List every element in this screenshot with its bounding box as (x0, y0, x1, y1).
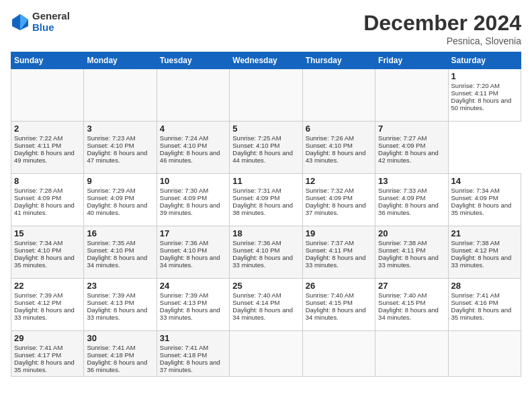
day-number: 18 (232, 228, 299, 238)
day-number: 13 (378, 176, 445, 186)
day-number: 12 (306, 176, 372, 186)
day-number: 19 (306, 228, 372, 238)
day-number: 15 (14, 228, 81, 238)
table-row: 16Sunrise: 7:35 AMSunset: 4:10 PMDayligh… (84, 226, 157, 279)
table-row: 26Sunrise: 7:40 AMSunset: 4:15 PMDayligh… (302, 279, 375, 331)
calendar-header-row: Sunday Monday Tuesday Wednesday Thursday… (11, 52, 521, 69)
day-number: 9 (87, 176, 153, 186)
col-friday: Friday (375, 52, 448, 69)
day-number: 29 (14, 333, 81, 343)
empty-cell (11, 69, 84, 122)
table-row: 11Sunrise: 7:31 AMSunset: 4:09 PMDayligh… (230, 174, 302, 226)
day-number: 27 (378, 281, 445, 291)
page-container: General Blue December 2024 Pesnica, Slov… (0, 0, 532, 411)
day-number: 3 (87, 124, 153, 134)
empty-cell (84, 69, 157, 122)
table-row: 6Sunrise: 7:26 AMSunset: 4:10 PMDaylight… (302, 122, 375, 174)
col-wednesday: Wednesday (230, 52, 302, 69)
table-row: 22Sunrise: 7:39 AMSunset: 4:12 PMDayligh… (11, 279, 84, 331)
day-number: 23 (87, 281, 153, 291)
table-row: 5Sunrise: 7:25 AMSunset: 4:10 PMDaylight… (230, 122, 302, 174)
month-title: December 2024 (363, 11, 521, 36)
empty-cell (302, 69, 375, 122)
table-row: 15Sunrise: 7:34 AMSunset: 4:10 PMDayligh… (11, 226, 84, 279)
day-number: 10 (160, 176, 226, 186)
logo: General Blue (11, 11, 70, 33)
col-thursday: Thursday (302, 52, 375, 69)
table-row: 4Sunrise: 7:24 AMSunset: 4:10 PMDaylight… (157, 122, 229, 174)
empty-cell (375, 69, 448, 122)
table-row: 28Sunrise: 7:41 AMSunset: 4:16 PMDayligh… (448, 279, 521, 331)
table-row: 14Sunrise: 7:34 AMSunset: 4:09 PMDayligh… (448, 174, 521, 226)
col-tuesday: Tuesday (157, 52, 229, 69)
table-row: 8Sunrise: 7:28 AMSunset: 4:09 PMDaylight… (11, 174, 84, 226)
location-text: Pesnica, Slovenia (363, 36, 521, 46)
day-number: 21 (451, 228, 518, 238)
day-number: 31 (160, 333, 226, 343)
table-row: 31Sunrise: 7:41 AMSunset: 4:18 PMDayligh… (157, 331, 229, 377)
day-number: 24 (160, 281, 226, 291)
empty-cell (230, 69, 302, 122)
col-saturday: Saturday (448, 52, 521, 69)
table-row: 7Sunrise: 7:27 AMSunset: 4:09 PMDaylight… (375, 122, 448, 174)
day-number: 20 (378, 228, 445, 238)
day-number: 14 (451, 176, 518, 186)
logo-icon (11, 13, 30, 32)
table-row: 18Sunrise: 7:36 AMSunset: 4:10 PMDayligh… (230, 226, 302, 279)
empty-cell (448, 331, 521, 377)
title-block: December 2024 Pesnica, Slovenia (363, 11, 521, 46)
day-number: 7 (378, 124, 445, 134)
day-number: 6 (306, 124, 372, 134)
table-row: 20Sunrise: 7:38 AMSunset: 4:11 PMDayligh… (375, 226, 448, 279)
col-monday: Monday (84, 52, 157, 69)
table-row: 21Sunrise: 7:38 AMSunset: 4:12 PMDayligh… (448, 226, 521, 279)
day-number: 26 (306, 281, 372, 291)
table-row: 12Sunrise: 7:32 AMSunset: 4:09 PMDayligh… (302, 174, 375, 226)
table-row: 3Sunrise: 7:23 AMSunset: 4:10 PMDaylight… (84, 122, 157, 174)
page-header: General Blue December 2024 Pesnica, Slov… (11, 11, 521, 46)
day-number: 22 (14, 281, 81, 291)
logo-general-text: General (32, 11, 70, 22)
empty-cell (230, 331, 302, 377)
day-number: 4 (160, 124, 226, 134)
day-number: 17 (160, 228, 226, 238)
table-row: 9Sunrise: 7:29 AMSunset: 4:09 PMDaylight… (84, 174, 157, 226)
col-sunday: Sunday (11, 52, 84, 69)
day-number: 8 (14, 176, 81, 186)
table-row: 19Sunrise: 7:37 AMSunset: 4:11 PMDayligh… (302, 226, 375, 279)
table-row: 25Sunrise: 7:40 AMSunset: 4:14 PMDayligh… (230, 279, 302, 331)
calendar-table: Sunday Monday Tuesday Wednesday Thursday… (11, 52, 521, 377)
table-row: 2Sunrise: 7:22 AMSunset: 4:11 PMDaylight… (11, 122, 84, 174)
table-row: 27Sunrise: 7:40 AMSunset: 4:15 PMDayligh… (375, 279, 448, 331)
day-number: 11 (232, 176, 299, 186)
day-number: 30 (87, 333, 153, 343)
table-row: 10Sunrise: 7:30 AMSunset: 4:09 PMDayligh… (157, 174, 229, 226)
logo-blue-text: Blue (32, 22, 70, 34)
table-row: 29Sunrise: 7:41 AMSunset: 4:17 PMDayligh… (11, 331, 84, 377)
table-row: 24Sunrise: 7:39 AMSunset: 4:13 PMDayligh… (157, 279, 229, 331)
logo-text: General Blue (32, 11, 70, 33)
empty-cell (302, 331, 375, 377)
table-row: 17Sunrise: 7:36 AMSunset: 4:10 PMDayligh… (157, 226, 229, 279)
table-row: 1Sunrise: 7:20 AMSunset: 4:11 PMDaylight… (448, 69, 521, 122)
table-row: 30Sunrise: 7:41 AMSunset: 4:18 PMDayligh… (84, 331, 157, 377)
empty-cell (157, 69, 229, 122)
table-row: 23Sunrise: 7:39 AMSunset: 4:13 PMDayligh… (84, 279, 157, 331)
day-number: 28 (451, 281, 518, 291)
day-number: 1 (451, 71, 518, 81)
table-row: 13Sunrise: 7:33 AMSunset: 4:09 PMDayligh… (375, 174, 448, 226)
day-number: 2 (14, 124, 81, 134)
day-number: 16 (87, 228, 153, 238)
day-number: 25 (232, 281, 299, 291)
empty-cell (375, 331, 448, 377)
day-number: 5 (232, 124, 299, 134)
